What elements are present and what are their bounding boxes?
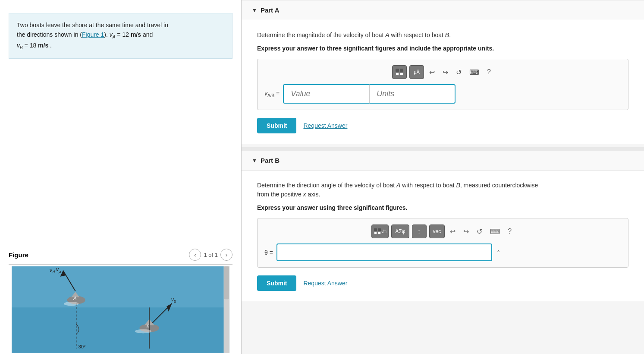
reset-button-a[interactable]: ↺	[453, 65, 464, 79]
figure-prev-button[interactable]: ‹	[189, 249, 201, 261]
problem-box: Two boats leave the shore at the same ti…	[9, 13, 232, 59]
part-b-answer-area: √□ ΑΣφ ↕ vec ↩ ↪ ↺ ⌨	[257, 218, 628, 268]
help-button-b[interactable]: ?	[505, 224, 514, 238]
svg-text:v: v	[50, 267, 53, 273]
part-b-toolbar: √□ ΑΣφ ↕ vec ↩ ↪ ↺ ⌨	[264, 224, 621, 238]
part-a-submit-button[interactable]: Submit	[257, 118, 296, 133]
right-panel: ▼ Part A Determine the magnitude of the …	[242, 0, 644, 354]
ua-button-a[interactable]: μÅ	[409, 65, 424, 79]
reset-button-b[interactable]: ↺	[474, 224, 485, 238]
part-b-input-row: θ = °	[264, 243, 621, 261]
figure-nav: ‹ 1 of 1 ›	[189, 249, 232, 261]
vec-button-b[interactable]: vec	[429, 224, 445, 238]
part-a-input-row: vA/B =	[264, 84, 621, 104]
part-a-header[interactable]: ▼ Part A	[242, 0, 644, 20]
figure-section: Figure ‹ 1 of 1 › vA v A	[0, 245, 241, 354]
part-b-section: ▼ Part B Determine the direction angle o…	[242, 151, 644, 301]
part-b-degree-symbol: °	[497, 249, 500, 256]
figure-header: Figure ‹ 1 of 1 ›	[9, 245, 232, 265]
part-a-request-button[interactable]: Request Answer	[303, 122, 347, 129]
keyboard-button-b[interactable]: ⌨	[487, 224, 503, 238]
part-a-question: Determine the magnitude of the velocity …	[257, 31, 628, 40]
part-b-content: Determine the direction angle of the vel…	[242, 171, 644, 301]
part-b-label: Part B	[261, 157, 280, 164]
part-a-toolbar: μÅ ↩ ↪ ↺ ⌨ ?	[264, 65, 621, 79]
keyboard-button-a[interactable]: ⌨	[467, 65, 482, 79]
alpha-button-b[interactable]: ΑΣφ	[391, 224, 409, 238]
part-b-theta-input[interactable]	[276, 243, 492, 261]
vb-label: vB	[17, 42, 23, 49]
part-b-submit-button[interactable]: Submit	[257, 275, 296, 291]
svg-point-20	[135, 329, 151, 334]
part-b-question: Determine the direction angle of the vel…	[257, 181, 628, 199]
left-panel: Two boats leave the shore at the same ti…	[0, 0, 242, 354]
figure-link[interactable]: Figure 1	[82, 31, 104, 38]
part-b-theta-label: θ =	[264, 249, 273, 256]
matrix-button-b[interactable]: √□	[371, 224, 389, 238]
part-a-action-row: Submit Request Answer	[257, 118, 628, 133]
va-label: vA	[110, 31, 116, 38]
svg-text:A: A	[52, 269, 55, 274]
part-b-action-row: Submit Request Answer	[257, 275, 628, 291]
part-a-var-label: vA/B =	[264, 90, 280, 98]
figure-counter: 1 of 1	[204, 252, 218, 258]
part-a-content: Determine the magnitude of the velocity …	[242, 20, 644, 144]
part-a-value-input[interactable]	[283, 84, 369, 104]
undo-button-b[interactable]: ↩	[447, 224, 458, 238]
svg-text:A: A	[73, 296, 77, 301]
redo-button-b[interactable]: ↪	[461, 224, 471, 238]
problem-text-1: Two boats leave the shore at the same ti…	[17, 22, 168, 28]
part-a-instruction: Express your answer to three significant…	[257, 45, 628, 52]
part-a-chevron: ▼	[252, 7, 257, 13]
figure-title: Figure	[9, 251, 28, 259]
part-a-answer-area: μÅ ↩ ↪ ↺ ⌨ ? vA/B =	[257, 59, 628, 110]
part-b-instruction: Express your answer using three signific…	[257, 204, 628, 211]
redo-button-a[interactable]: ↪	[440, 65, 451, 79]
part-a-label: Part A	[261, 6, 280, 14]
part-b-request-button[interactable]: Request Answer	[303, 280, 347, 287]
problem-text-2: the directions shown in (	[17, 31, 82, 38]
svg-point-19	[64, 302, 79, 306]
svg-text:30°: 30°	[78, 344, 85, 349]
help-button-a[interactable]: ?	[484, 65, 493, 79]
part-b-header[interactable]: ▼ Part B	[242, 151, 644, 171]
figure-image: vA v A A 30° vB	[9, 266, 232, 353]
svg-rect-22	[224, 266, 229, 299]
svg-rect-1	[12, 307, 229, 353]
part-a-units-input[interactable]	[369, 84, 456, 104]
matrix-button-a[interactable]	[392, 65, 407, 79]
part-a-section: ▼ Part A Determine the magnitude of the …	[242, 0, 644, 144]
figure-next-button[interactable]: ›	[220, 249, 232, 261]
problem-text-3: ).	[104, 31, 109, 38]
part-b-chevron: ▼	[252, 158, 257, 164]
updown-button-b[interactable]: ↕	[412, 224, 427, 238]
undo-button-a[interactable]: ↩	[427, 65, 437, 79]
